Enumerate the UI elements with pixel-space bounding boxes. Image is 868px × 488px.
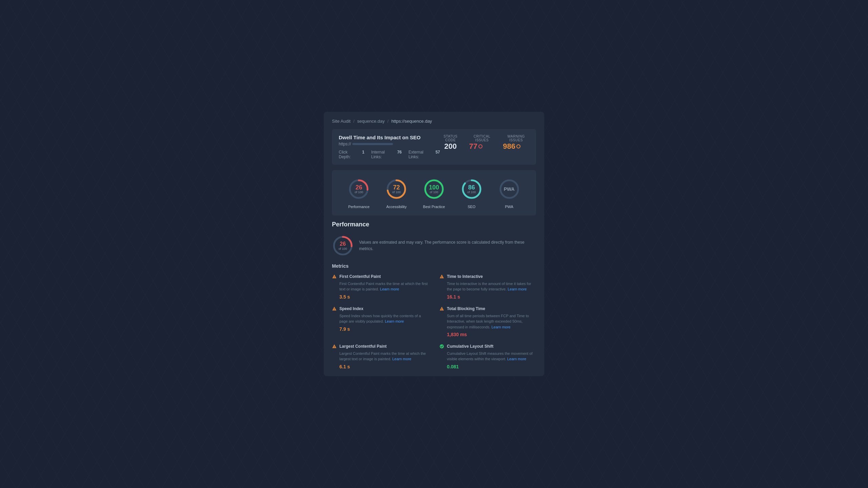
main-panel: Site Audit / sequence.day / https://sequ… (324, 112, 544, 376)
warning-issues-label: WARNING ISSUES (503, 135, 529, 142)
pwa-label-inner: PWA (504, 186, 515, 192)
svg-text:!: ! (334, 308, 335, 310)
score-label-performance: Performance (348, 205, 370, 209)
warning-icon: ! (332, 306, 337, 311)
critical-issues-value: 77 (469, 143, 477, 150)
metric-item-fcp: ! First Contentful Paint First Contentfu… (332, 274, 429, 300)
metric-item-tbt: ! Total Blocking Time Sum of all time pe… (439, 306, 536, 337)
metric-name-si: Speed Index (339, 306, 363, 312)
metrics-grid: ! First Contentful Paint First Contentfu… (332, 274, 536, 369)
page-title: Dwell Time and Its Impact on SEO (339, 135, 440, 140)
metric-name-cls: Cumulative Layout Shift (447, 344, 493, 349)
metric-learn-more-lcp[interactable]: Learn more (392, 357, 411, 361)
score-sub-performance: of 100 (355, 190, 363, 194)
score-label-best-practice: Best Practice (423, 205, 445, 209)
svg-text:!: ! (334, 276, 335, 278)
breadcrumb-site-audit[interactable]: Site Audit (332, 119, 351, 124)
score-value-accessibility: 72 (392, 184, 401, 190)
breadcrumb-sep-2: / (388, 119, 389, 124)
metric-item-lcp: ! Largest Contentful Paint Largest Conte… (332, 344, 429, 369)
critical-issues-stat: CRITICAL ISSUES 77 (469, 135, 495, 150)
score-detail-circle: 26 of 100 (332, 235, 354, 257)
warning-icon: ! (439, 274, 444, 279)
score-item-performance: 26 of 100 Performance (347, 177, 371, 209)
score-value-seo: 86 (467, 184, 476, 190)
score-label-pwa: PWA (505, 205, 513, 209)
metric-value-tti: 16.1 s (439, 294, 536, 300)
status-code-label: STATUS CODE (440, 135, 461, 142)
performance-section: Performance 26 of 100 Values are estimat… (324, 221, 544, 376)
critical-issues-label: CRITICAL ISSUES (469, 135, 495, 142)
metric-item-tti: ! Time to Interactive Time to interactiv… (439, 274, 536, 300)
warning-issues-value: 986 (503, 143, 515, 150)
critical-icon (478, 144, 482, 148)
info-card-stats: STATUS CODE 200 CRITICAL ISSUES 77 WARNI… (440, 135, 529, 150)
metric-value-si: 7.9 s (332, 326, 429, 332)
external-links-value: 57 (435, 150, 440, 159)
score-circle-best-practice: 100 of 100 (422, 177, 446, 201)
score-detail-value: 26 (338, 241, 347, 247)
metric-name-tbt: Total Blocking Time (447, 306, 485, 312)
status-code-value: 200 (440, 143, 461, 150)
score-value-performance: 26 (355, 184, 363, 190)
warning-icon: ! (439, 306, 444, 311)
score-detail-sub: of 100 (338, 247, 347, 250)
breadcrumb-current: https://sequence.day (391, 119, 432, 124)
metric-value-lcp: 6.1 s (332, 364, 429, 369)
score-item-accessibility: 72 of 100 Accessibility (384, 177, 409, 209)
page-url: https:// (339, 142, 440, 146)
warning-icon: ! (332, 344, 337, 349)
svg-point-16 (440, 344, 444, 348)
svg-text:!: ! (441, 308, 442, 310)
score-item-pwa: PWA PWA (497, 177, 521, 209)
click-depth-label: Click Depth: (339, 150, 355, 159)
metric-desc-lcp: Largest Contentful Paint marks the time … (332, 351, 429, 362)
metric-learn-more-cls[interactable]: Learn more (507, 357, 526, 361)
score-circle-seo: 86 of 100 (459, 177, 484, 201)
metric-learn-more-si[interactable]: Learn more (385, 319, 404, 323)
metric-name-lcp: Largest Contentful Paint (339, 344, 387, 349)
score-circle-pwa: PWA (497, 177, 521, 201)
score-detail-row: 26 of 100 Values are estimated and may v… (332, 235, 536, 257)
metric-learn-more-fcp[interactable]: Learn more (380, 287, 399, 291)
warning-icon: ! (332, 274, 337, 279)
breadcrumb-sequence[interactable]: sequence.day (357, 119, 385, 124)
metric-desc-tbt: Sum of all time periods between FCP and … (439, 313, 536, 330)
scores-row: 26 of 100 Performance 72 of 100 Accessib… (332, 170, 536, 216)
score-circle-performance: 26 of 100 (347, 177, 371, 201)
score-circle-accessibility: 72 of 100 (384, 177, 409, 201)
warning-icon (516, 144, 520, 148)
click-depth-value: 1 (362, 150, 364, 159)
check-icon (439, 344, 444, 349)
page-meta: Click Depth: 1 Internal Links: 76 Extern… (339, 150, 440, 159)
svg-text:!: ! (334, 346, 335, 348)
metric-value-tbt: 1,830 ms (439, 332, 536, 337)
score-item-best-practice: 100 of 100 Best Practice (422, 177, 446, 209)
breadcrumb: Site Audit / sequence.day / https://sequ… (324, 112, 544, 129)
performance-title: Performance (332, 221, 536, 228)
metrics-title: Metrics (332, 263, 536, 269)
score-value-best-practice: 100 (429, 184, 439, 190)
external-links-label: External Links: (409, 150, 429, 159)
metric-desc-fcp: First Contentful Paint marks the time at… (332, 281, 429, 292)
internal-links-value: 76 (397, 150, 401, 159)
url-bar (352, 143, 393, 145)
metric-name-tti: Time to Interactive (447, 274, 483, 280)
metric-learn-more-tti[interactable]: Learn more (508, 287, 527, 291)
info-card: Dwell Time and Its Impact on SEO https:/… (332, 129, 536, 165)
score-detail-desc: Values are estimated and may vary. The p… (359, 239, 536, 252)
score-sub-best-practice: of 100 (429, 190, 439, 194)
metric-item-cls: Cumulative Layout Shift Cumulative Layou… (439, 344, 536, 369)
metric-name-fcp: First Contentful Paint (339, 274, 381, 280)
score-sub-accessibility: of 100 (392, 190, 401, 194)
status-code-stat: STATUS CODE 200 (440, 135, 461, 150)
metric-desc-si: Speed Index shows how quickly the conten… (332, 313, 429, 324)
metric-learn-more-tbt[interactable]: Learn more (491, 325, 510, 329)
score-item-seo: 86 of 100 SEO (459, 177, 484, 209)
score-label-seo: SEO (468, 205, 475, 209)
svg-text:!: ! (441, 276, 442, 278)
internal-links-label: Internal Links: (371, 150, 391, 159)
score-label-accessibility: Accessibility (386, 205, 407, 209)
warning-issues-stat: WARNING ISSUES 986 (503, 135, 529, 150)
breadcrumb-sep-1: / (353, 119, 355, 124)
